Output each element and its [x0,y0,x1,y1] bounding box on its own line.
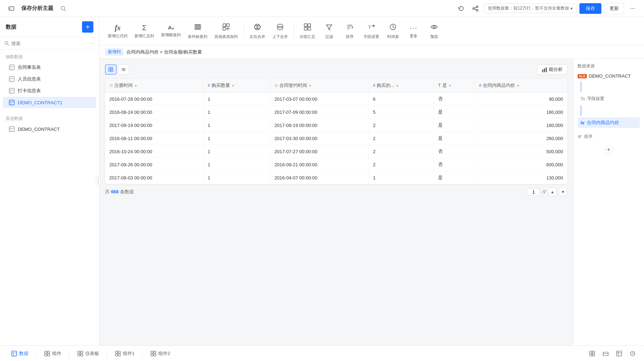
bottom-divider [69,350,70,357]
search-input[interactable] [11,41,88,46]
update-button[interactable]: 更新 [604,3,624,14]
bottom-tab-component[interactable]: 组件 [39,348,67,359]
more-icon: ··· [410,24,418,32]
refresh-button[interactable] [455,3,467,14]
formula-new-label: 新增列 [105,48,124,56]
toolbar-more[interactable]: ··· 更多 [404,22,423,41]
th-bought[interactable]: # 购买的... ▾ [369,79,434,93]
th-dropdown-icon[interactable]: ▾ [449,84,451,88]
th-dropdown-icon[interactable]: ▾ [397,84,398,88]
num-type-icon: # [208,83,210,88]
svg-rect-89 [617,351,622,356]
cell-reg-time: 2016-07-28 00:00:00 [105,93,203,106]
table-row: 2016-08-11 00:00:00 1 2017-03-30 00:00:0… [105,132,567,145]
back-button[interactable] [6,3,17,14]
page-down-button[interactable]: ▼ [559,188,567,196]
toolbar-time-diff[interactable]: 时间差 [383,21,403,41]
th-buy-qty[interactable]: # 购买数量 ▾ [203,79,270,93]
th-reg-time[interactable]: ⊙ 注册时间 ▾ [105,79,203,93]
toolbar-item-label: 其他表添加列 [214,34,238,39]
toolbar-preview[interactable]: 预览 [425,21,444,41]
sidebar-item-personnel[interactable]: 人员信息表 [3,73,96,85]
svg-rect-84 [593,351,595,353]
bottom-tab-data[interactable]: 数据 [6,348,34,359]
th-sign-time[interactable]: ⊙ 合同签约时间 ▾ [270,79,369,93]
field-settings-icon: T [367,23,375,33]
rp-add-button[interactable]: + [605,145,613,154]
search-title-button[interactable] [58,3,69,14]
svg-rect-73 [78,354,80,356]
bottom-divider [107,350,107,357]
cell-sign-time: 2017-07-09 00:00:00 [270,106,369,119]
toolbar-item-label: 过滤 [325,34,333,39]
cell-bought: 2 [369,145,434,158]
cell-bought: 5 [369,106,434,119]
toolbar-item-label: 分组汇总 [300,34,315,39]
bottom-action-4[interactable] [627,348,638,359]
time-type-icon: ⊙ [274,83,278,88]
th-dropdown-icon[interactable]: ▾ [135,84,137,88]
analysis-icon [542,67,547,72]
svg-rect-80 [154,351,156,353]
page-input[interactable] [527,188,540,196]
component-tab-icon [44,351,50,356]
th-dropdown-icon[interactable]: ▾ [517,84,519,88]
table-icon-active [9,99,15,106]
toolbar-agg-col[interactable]: Σ 新增汇总列 [132,22,157,41]
sigma-icon: Σ [142,24,146,32]
toolbar-value-col[interactable]: Aᵥ 新增赋值列 [158,22,184,40]
toolbar-group-agg[interactable]: 分组汇总 [297,21,318,41]
th-dropdown-icon[interactable]: ▾ [232,84,234,88]
dashboard-tab-icon [77,351,83,356]
toolbar-filter[interactable]: 过滤 [320,21,339,41]
list-view-button[interactable] [118,65,129,74]
sidebar-item-contract-fact[interactable]: 合同事实表 [3,62,96,73]
sidebar-item-checkin[interactable]: 打卡信息表 [3,85,96,96]
svg-rect-75 [115,351,118,353]
sidebar-item-demo-contract[interactable]: DEMO_CONTRACT [3,123,96,135]
th-avg-price[interactable]: # 合同内商品均价 ▾ [475,79,567,93]
page-up-button[interactable]: ▲ [548,188,557,196]
toolbar-sort[interactable]: 排序 [340,21,359,41]
time-diff-icon [389,23,397,33]
bottom-tab-component2[interactable]: 组件2 [145,348,176,359]
bottom-tab-dashboard[interactable]: 仪表板 [72,348,105,359]
rp-field-settings: To 字段设置 [578,94,640,104]
other-add-icon [222,23,230,33]
more-button[interactable]: ··· [627,3,638,14]
tab-label: 数据 [19,350,28,357]
bottom-tab-component1[interactable]: 组件1 [109,348,140,359]
sidebar-resize-handle[interactable] [96,177,100,186]
grid-view-button[interactable] [105,65,116,74]
data-area: 能分析 ⊙ 注册时间 ▾ [99,59,644,345]
rp-datasource: XLS DEMO_CONTRACT [578,73,640,79]
svg-rect-23 [9,127,14,132]
sidebar-item-demo-contract1[interactable]: DEMO_CONTRACT1 [3,97,96,108]
table-icon [9,76,15,82]
rp-formula-field[interactable]: fx 合同内商品均价 [578,117,640,128]
data-usage-badge[interactable]: 使用数据量：前12万行，暂不支持全量数据 ▾ [484,4,577,13]
svg-rect-69 [45,354,47,356]
th-is[interactable]: T 是 ▾ [434,79,475,93]
total-text: 共 668 条数据 [105,189,134,195]
save-button[interactable]: 保存 [579,3,601,14]
svg-rect-83 [590,351,592,353]
svg-rect-82 [154,354,156,356]
toolbar-other-add[interactable]: 其他表添加列 [212,21,241,41]
toolbar: fx 新增公式列 Σ 新增汇总列 Aᵥ 新增赋值列 条件标签列 [99,17,644,45]
add-data-button[interactable]: + [82,21,93,33]
bottom-action-2[interactable] [600,348,611,359]
bottom-action-3[interactable] [613,348,625,359]
th-dropdown-icon[interactable]: ▾ [309,84,311,88]
flow-button[interactable] [470,3,481,14]
toolbar-condition-tag[interactable]: 条件标签列 [185,21,210,41]
bottom-action-1[interactable] [586,348,598,359]
toolbar-field-settings[interactable]: T 字段设置 [361,21,382,41]
toolbar-lr-merge[interactable]: 左右合并 [247,21,268,41]
toolbar-tb-merge[interactable]: 上下合并 [269,21,291,41]
svg-point-38 [277,26,283,30]
analysis-button[interactable]: 能分析 [537,65,567,74]
rp-connector-line [581,82,581,92]
toolbar-formula-col[interactable]: fx 新增公式列 [105,22,130,41]
cell-buy-qty: 1 [203,132,270,145]
